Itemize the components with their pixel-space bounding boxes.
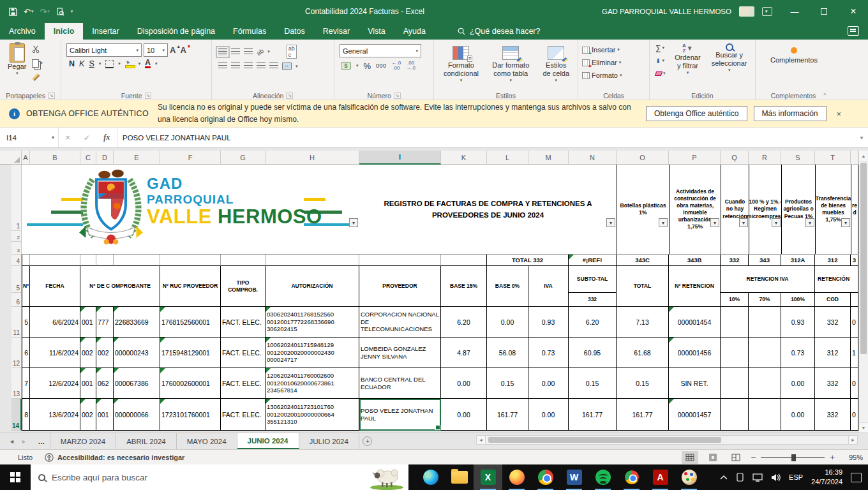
cut-button[interactable] xyxy=(30,42,45,56)
cell[interactable]: 60.95 xyxy=(569,338,617,368)
account-avatar[interactable] xyxy=(739,6,754,17)
cell[interactable] xyxy=(721,307,749,338)
paint-icon[interactable] xyxy=(675,464,703,490)
tell-me-search[interactable]: ¿Qué desea hacer? xyxy=(458,23,541,40)
col-M[interactable]: M xyxy=(528,151,569,165)
header-productos[interactable]: Productos agricoilas o Pecuas 1% xyxy=(781,165,815,255)
filter-dropdown-icon[interactable] xyxy=(606,218,615,227)
cell[interactable]: 000000243 xyxy=(114,338,160,368)
cell-code[interactable]: 312A xyxy=(781,255,815,266)
tab-vista[interactable]: Vista xyxy=(359,23,394,40)
header-100[interactable]: 100% xyxy=(781,293,815,307)
cell[interactable] xyxy=(221,255,266,266)
col-U-partial[interactable] xyxy=(851,151,858,165)
confirm-entry-icon[interactable]: ✓ xyxy=(84,133,90,142)
cell[interactable]: 000067386 xyxy=(114,368,160,399)
cell[interactable]: 13/6/2024 xyxy=(30,399,80,431)
cell[interactable]: 5 xyxy=(22,307,30,338)
header-num[interactable]: Nº xyxy=(22,266,30,307)
cell[interactable]: 161.77 xyxy=(569,399,617,431)
col-S[interactable]: S xyxy=(781,151,815,165)
grow-font-button[interactable]: A▴ xyxy=(170,45,178,55)
row-4[interactable]: 4 xyxy=(11,255,22,266)
redo-icon[interactable]: ↷▾ xyxy=(40,7,49,17)
increase-indent-icon[interactable] xyxy=(269,63,278,70)
cell[interactable]: 226833669 xyxy=(114,307,160,338)
cell[interactable]: 0 xyxy=(851,399,858,431)
autosum-button[interactable]: ∑▾ xyxy=(654,42,670,54)
decrease-decimal-icon[interactable]: .00→.0 xyxy=(406,61,415,71)
col-G[interactable]: G xyxy=(221,151,266,165)
col-P[interactable]: P xyxy=(669,151,721,165)
cell[interactable] xyxy=(266,255,359,266)
cell[interactable] xyxy=(22,255,30,266)
cell[interactable]: 7 xyxy=(22,368,30,399)
cell[interactable]: SIN RET. xyxy=(669,368,721,399)
cell-code[interactable]: 343 xyxy=(749,255,781,266)
cell[interactable]: 1715948129001 xyxy=(160,338,221,368)
cell[interactable] xyxy=(114,255,160,266)
cell[interactable]: 11/6/2024 xyxy=(30,338,80,368)
header-ruc[interactable]: Nº RUC PROVEEDOR xyxy=(160,266,221,307)
cell[interactable] xyxy=(359,255,441,266)
cell[interactable]: 001 xyxy=(80,368,96,399)
file-explorer-icon[interactable] xyxy=(445,464,474,490)
insert-cells-button[interactable]: +Insertar▾ xyxy=(582,43,647,56)
cell[interactable]: 001 xyxy=(80,307,96,338)
cell[interactable]: 0.73 xyxy=(528,338,569,368)
header-transferencia[interactable]: Transferencia de bienes muebles 1,75% xyxy=(815,165,851,255)
cell[interactable] xyxy=(749,399,781,431)
acrobat-icon[interactable]: A xyxy=(646,464,675,490)
cell-code[interactable]: 312 xyxy=(815,255,851,266)
cell[interactable]: 332 xyxy=(815,307,851,338)
scroll-down-icon[interactable]: ▼ xyxy=(859,422,868,433)
cell[interactable]: 332 xyxy=(815,399,851,431)
sheet-tab-julio[interactable]: JULIO 2024 xyxy=(299,433,359,449)
cell[interactable]: 6 xyxy=(22,338,30,368)
cell[interactable]: 1768152560001 xyxy=(160,307,221,338)
header-70[interactable]: 70% xyxy=(749,293,781,307)
cell[interactable]: 000001456 xyxy=(669,338,721,368)
horizontal-scrollbar[interactable]: ◄ ► xyxy=(476,435,858,445)
italic-button[interactable]: K xyxy=(79,59,84,68)
align-bottom-icon[interactable] xyxy=(244,48,253,56)
fill-button[interactable]: ⬇▾ xyxy=(654,55,670,66)
align-right-icon[interactable] xyxy=(244,63,253,70)
cell[interactable]: 6/6/2024 xyxy=(30,307,80,338)
filter-dropdown-icon[interactable] xyxy=(659,218,668,227)
cell[interactable]: 12/6/2024 xyxy=(30,368,80,399)
align-left-icon[interactable] xyxy=(218,63,227,70)
spotify-icon[interactable] xyxy=(588,464,617,490)
zoom-control[interactable]: − + xyxy=(751,452,835,463)
cell[interactable]: BANCO CENTRAL DEL ECUADOR xyxy=(359,368,441,399)
tray-expand-icon[interactable] xyxy=(720,475,728,480)
header-botellas[interactable]: Botellas plásticas 1% xyxy=(617,165,669,255)
cell[interactable]: 7.13 xyxy=(617,307,669,338)
sheet-tab-mayo[interactable]: MAYO 2024 xyxy=(177,433,237,449)
font-color-icon[interactable]: A xyxy=(145,59,151,68)
cell[interactable] xyxy=(721,368,749,399)
header-base0[interactable]: BASE 0% xyxy=(487,266,528,307)
zoom-slider-thumb[interactable] xyxy=(791,454,796,461)
cell[interactable]: 0.00 xyxy=(528,368,569,399)
header-total[interactable]: TOTAL xyxy=(617,266,669,307)
align-center-icon[interactable] xyxy=(231,63,240,70)
delete-cells-button[interactable]: ×Eliminar▾ xyxy=(582,56,647,69)
dialog-launcher-icon[interactable]: ↘ xyxy=(286,93,293,99)
tab-insertar[interactable]: Insertar xyxy=(83,23,128,40)
start-button[interactable] xyxy=(0,464,31,490)
align-middle-icon[interactable] xyxy=(231,48,240,56)
number-format-select[interactable]: General▾ xyxy=(340,44,421,57)
cell[interactable]: 0.15 xyxy=(569,368,617,399)
cell[interactable]: 0 xyxy=(851,368,858,399)
col-A[interactable]: A xyxy=(22,151,30,165)
cell-code[interactable]: 343B xyxy=(669,255,721,266)
cell-code[interactable]: 332 xyxy=(721,255,749,266)
header-cod[interactable]: COD xyxy=(815,293,851,307)
vertical-scroll-thumb[interactable] xyxy=(860,163,867,354)
filter-dropdown-icon[interactable] xyxy=(710,218,719,227)
tab-archivo[interactable]: Archivo xyxy=(0,23,45,40)
cell[interactable]: FACT. ELEC. xyxy=(221,399,266,431)
cell[interactable]: 0.00 xyxy=(781,368,815,399)
paste-button[interactable]: Pegar▾ xyxy=(4,42,30,90)
